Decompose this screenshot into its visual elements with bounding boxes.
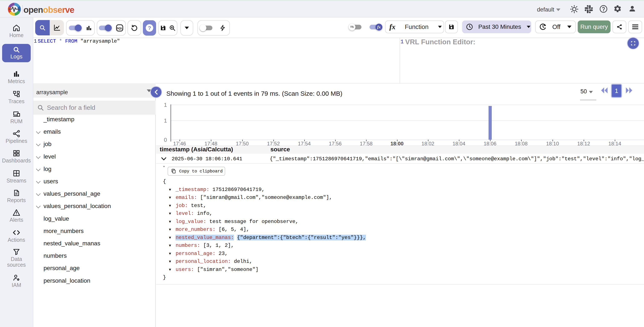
svg-text:?: ? bbox=[148, 25, 151, 31]
svg-text:SQL: SQL bbox=[117, 27, 122, 30]
